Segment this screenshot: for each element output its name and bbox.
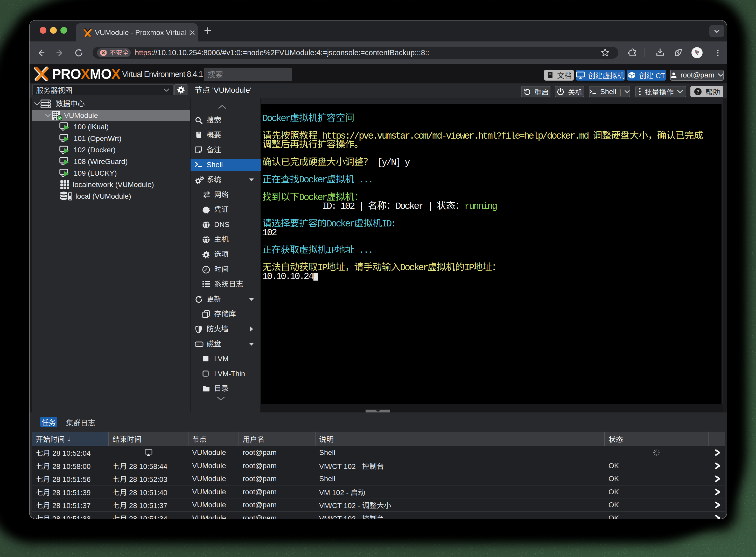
svg-text:?: ? bbox=[696, 89, 699, 94]
